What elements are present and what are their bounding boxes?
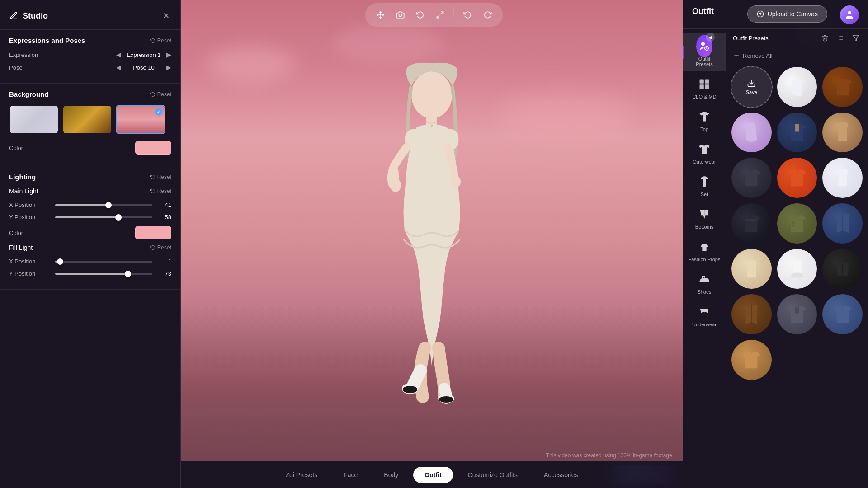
svg-marker-31 <box>853 35 859 41</box>
pose-nav: ◀ Pose 10 ▶ <box>54 64 171 71</box>
fill-x-slider[interactable] <box>55 261 152 263</box>
expressions-poses-reset-btn[interactable]: Reset <box>150 38 171 44</box>
sort-outfit-btn[interactable] <box>835 33 846 43</box>
outfit-grid: Save <box>726 64 868 383</box>
outfit-item-16[interactable] <box>776 293 818 335</box>
toolbar-center <box>365 3 503 27</box>
outfit-item-13[interactable] <box>776 248 818 290</box>
x-position-slider[interactable] <box>55 204 152 206</box>
pose-next-btn[interactable]: ▶ <box>166 64 171 71</box>
outfit-sidebar: ◀ OutfitPresets CLO & MD <box>683 29 726 488</box>
outerwear-icon <box>696 141 712 157</box>
pose-prev-btn[interactable]: ◀ <box>116 64 121 71</box>
fill-light-reset-btn[interactable]: Reset <box>150 244 171 251</box>
shoes-nav[interactable]: Shoes <box>683 267 726 299</box>
rotate-tool-btn[interactable] <box>412 7 429 23</box>
lighting-reset-btn[interactable]: Reset <box>150 174 171 180</box>
accessories-tab[interactable]: Accessories <box>533 467 589 483</box>
background-thumbnails: ✓ <box>9 105 171 134</box>
outfit-item-9[interactable] <box>731 202 773 244</box>
lighting-header: Lighting Reset <box>9 173 171 181</box>
right-panel: Outfit ◀ OutfitPresets <box>683 0 868 488</box>
fill-y-value: 73 <box>158 270 171 277</box>
top-nav[interactable]: Top <box>683 104 726 136</box>
customize-outfits-tab[interactable]: Customize Outfits <box>457 467 529 483</box>
expression-control: Expression ◀ Expression 1 ▶ <box>9 51 171 58</box>
y-position-slider[interactable] <box>55 216 152 218</box>
set-nav[interactable]: Set <box>683 169 726 202</box>
pose-label: Pose <box>9 64 54 71</box>
outfit-item-5[interactable] <box>821 112 863 154</box>
upload-canvas-btn[interactable]: Upload to Canvas <box>747 5 827 23</box>
fill-y-slider-container <box>55 273 152 275</box>
outerwear-nav[interactable]: Outerwear <box>683 136 726 169</box>
outfit-item-8[interactable] <box>821 157 863 199</box>
bg-thumb-sky[interactable]: ✓ <box>116 105 165 134</box>
scale-tool-btn[interactable] <box>432 7 448 23</box>
main-light-label: Main Light <box>9 188 54 195</box>
fill-x-row: X Position 1 <box>9 258 171 265</box>
expressions-poses-title: Expressions and Poses <box>9 37 85 44</box>
outfit-item-3[interactable] <box>731 112 773 154</box>
svg-point-2 <box>399 14 402 16</box>
lighting-section: Lighting Reset Main Light Reset X Pos <box>0 166 180 290</box>
expression-prev-btn[interactable]: ◀ <box>116 51 121 58</box>
camera-tool-btn[interactable] <box>392 7 409 23</box>
expressions-poses-header: Expressions and Poses Reset <box>9 37 171 44</box>
right-grid-wrapper: Outfit Presets <box>726 29 868 488</box>
fashion-props-nav[interactable]: Fashion Props <box>683 234 726 267</box>
move-tool-btn[interactable] <box>373 7 389 23</box>
body-tab[interactable]: Body <box>373 467 410 483</box>
fill-light-header: Fill Light Reset <box>9 244 171 251</box>
light-color-swatch[interactable] <box>135 226 171 239</box>
outfit-item-11[interactable] <box>821 202 863 244</box>
outfit-presets-nav[interactable]: ◀ OutfitPresets <box>683 33 726 71</box>
set-icon <box>696 174 712 190</box>
bg-color-swatch[interactable] <box>135 141 171 155</box>
outfit-item-7[interactable] <box>776 157 818 199</box>
outfit-item-15[interactable] <box>731 293 773 335</box>
svg-rect-21 <box>705 80 709 84</box>
outfit-item-17[interactable] <box>821 293 863 335</box>
outfit-item-6[interactable] <box>731 157 773 199</box>
background-reset-btn[interactable]: Reset <box>150 91 171 98</box>
outfit-item-18[interactable] <box>731 339 773 381</box>
selected-check: ✓ <box>155 108 163 116</box>
face-tab[interactable]: Face <box>332 467 369 483</box>
user-avatar[interactable] <box>840 5 859 24</box>
outfit-item-10[interactable] <box>776 202 818 244</box>
outfit-item-14[interactable] <box>821 248 863 290</box>
outfit-tab[interactable]: Outfit <box>413 467 453 483</box>
remove-all-row[interactable]: Remove All <box>726 47 868 64</box>
svg-point-12 <box>450 175 461 188</box>
delete-outfit-btn[interactable] <box>820 33 830 43</box>
bg-thumb-room[interactable] <box>62 105 112 134</box>
bottoms-nav[interactable]: Bottoms <box>683 202 726 234</box>
clo-md-nav[interactable]: CLO & MD <box>683 71 726 104</box>
main-light-reset-btn[interactable]: Reset <box>150 188 171 194</box>
remove-all-label: Remove All <box>743 52 773 59</box>
outfit-item-12[interactable] <box>731 248 773 290</box>
bg-thumb-blur[interactable] <box>9 105 59 134</box>
outfit-item-1[interactable] <box>776 66 818 108</box>
outfit-item-4[interactable] <box>776 112 818 154</box>
zoi-presets-tab[interactable]: Zoi Presets <box>274 467 329 483</box>
light-color-row: Color <box>9 226 171 239</box>
outfit-presets-back: Outfit Presets <box>733 35 769 42</box>
filter-outfit-btn[interactable] <box>850 33 861 43</box>
lighting-title: Lighting <box>9 173 36 181</box>
bottom-nav: Zoi Presets Face Body Outfit Customize O… <box>181 461 683 488</box>
redo-btn[interactable] <box>480 7 496 23</box>
fill-x-label: X Position <box>9 258 50 265</box>
fill-y-slider[interactable] <box>55 273 152 275</box>
outfit-item-2[interactable] <box>821 66 863 108</box>
fashion-props-icon <box>696 239 712 255</box>
undo-btn[interactable] <box>460 7 476 23</box>
svg-rect-22 <box>700 84 704 89</box>
expression-next-btn[interactable]: ▶ <box>166 51 171 58</box>
back-arrow: ◀ <box>706 33 715 42</box>
bg-color-label: Color <box>9 145 54 151</box>
main-viewport <box>181 0 683 461</box>
save-outfit-btn[interactable]: Save <box>731 66 773 108</box>
underwear-nav[interactable]: Underwear <box>683 299 726 332</box>
